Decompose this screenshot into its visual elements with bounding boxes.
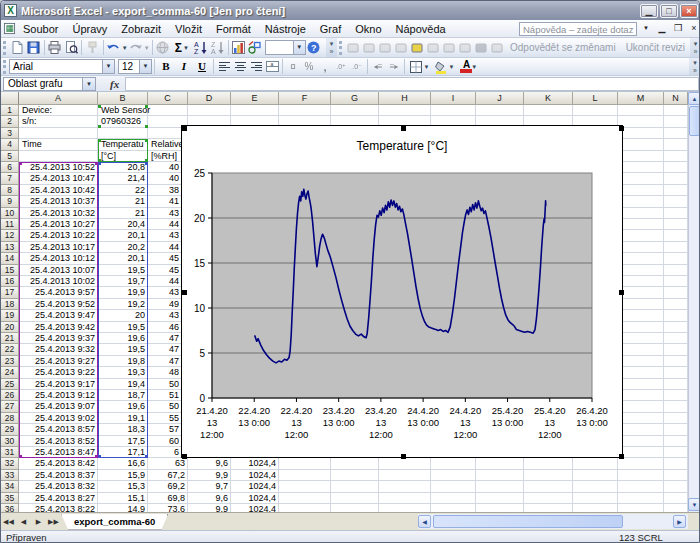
- toolbar-options-icon[interactable]: ▾»: [326, 38, 337, 57]
- row-header-28[interactable]: 28: [1, 413, 19, 424]
- cell-B26[interactable]: 18,7: [98, 390, 148, 401]
- cell-A15[interactable]: 25.4.2013 10:07: [19, 265, 98, 276]
- cell-D34[interactable]: 9,7: [188, 481, 231, 492]
- menu-item-nápověda[interactable]: Nápověda: [389, 22, 453, 36]
- chart-selection-handle[interactable]: [619, 290, 624, 295]
- cell-A30[interactable]: 25.4.2013 8:52: [19, 436, 98, 447]
- toolbar-options-icon[interactable]: ▾»: [689, 58, 700, 75]
- name-box[interactable]: Oblast grafu: [3, 77, 83, 91]
- cell-B23[interactable]: 19,8: [98, 356, 148, 367]
- horizontal-scroll-thumb[interactable]: [433, 515, 623, 528]
- row-header-5[interactable]: 5: [1, 151, 19, 162]
- doc-minimize-button[interactable]: ▁: [655, 22, 669, 35]
- help-query-input[interactable]: Nápověda – zadejte dotaz: [519, 22, 637, 36]
- font-color-icon[interactable]: A▼: [457, 58, 483, 75]
- formula-input[interactable]: [125, 77, 699, 91]
- increase-indent-icon[interactable]: ≡▸: [386, 59, 402, 74]
- cell-A33[interactable]: 25.4.2013 8:37: [19, 470, 98, 481]
- update-file-icon[interactable]: [345, 40, 361, 55]
- accept-change-icon[interactable]: [393, 40, 409, 55]
- cell-A32[interactable]: 25.4.2013 8:42: [19, 458, 98, 469]
- cell-B11[interactable]: 20,4: [98, 219, 148, 230]
- cell-C32[interactable]: 63: [148, 458, 188, 469]
- cell-A25[interactable]: 25.4.2013 9:17: [19, 379, 98, 390]
- hyperlink-icon[interactable]: [154, 39, 170, 56]
- vertical-scrollbar[interactable]: ▲▼: [688, 92, 700, 512]
- menu-item-nástroje[interactable]: Nástroje: [258, 22, 313, 36]
- column-header-H[interactable]: H: [379, 92, 431, 105]
- temperature-chart[interactable]: 051015202521.4.201312:0022.4.2013 0:0022…: [181, 125, 623, 458]
- row-header-10[interactable]: 10: [1, 208, 19, 219]
- cell-B27[interactable]: 19,6: [98, 401, 148, 412]
- row-header-6[interactable]: 6: [1, 162, 19, 173]
- cell-B5[interactable]: [°C]: [98, 151, 148, 162]
- next-sheet-icon[interactable]: ▶: [31, 515, 46, 529]
- cell-B10[interactable]: 21: [98, 208, 148, 219]
- column-header-I[interactable]: I: [431, 92, 476, 105]
- cell-A6[interactable]: 25.4.2013 10:52: [19, 162, 98, 173]
- next-change-icon[interactable]: [377, 40, 393, 55]
- cell-A12[interactable]: 25.4.2013 10:22: [19, 230, 98, 241]
- cell-B1[interactable]: Web Sensor: [98, 105, 188, 116]
- cell-D33[interactable]: 9,9: [188, 470, 231, 481]
- row-header-3[interactable]: 3: [1, 128, 19, 139]
- select-all-corner[interactable]: [1, 92, 19, 105]
- cell-B35[interactable]: 15,1: [98, 493, 148, 504]
- cell-D35[interactable]: 9,6: [188, 493, 231, 504]
- cell-C34[interactable]: 69,2: [148, 481, 188, 492]
- print-preview-icon[interactable]: [63, 39, 79, 56]
- merge-center-icon[interactable]: a: [264, 59, 280, 74]
- horizontal-scrollbar[interactable]: ◀ ▶: [418, 514, 688, 529]
- row-header-7[interactable]: 7: [1, 173, 19, 184]
- column-header-M[interactable]: M: [618, 92, 664, 105]
- row-header-12[interactable]: 12: [1, 230, 19, 241]
- cell-B20[interactable]: 19,5: [98, 322, 148, 333]
- cell-B28[interactable]: 19,1: [98, 413, 148, 424]
- cell-B22[interactable]: 19,5: [98, 344, 148, 355]
- font-name-combo[interactable]: Arial▼: [9, 59, 115, 74]
- bold-icon[interactable]: B: [157, 59, 175, 75]
- column-header-F[interactable]: F: [279, 92, 331, 105]
- cell-A28[interactable]: 25.4.2013 9:02: [19, 413, 98, 424]
- toolbar-drag-handle[interactable]: [339, 41, 342, 55]
- row-header-24[interactable]: 24: [1, 367, 19, 378]
- chart-selection-handle[interactable]: [619, 454, 624, 459]
- cell-B32[interactable]: 16,6: [98, 458, 148, 469]
- prev-sheet-icon[interactable]: ◀: [16, 515, 31, 529]
- autosum-icon[interactable]: Σ▼: [171, 39, 193, 56]
- cell-A27[interactable]: 25.4.2013 9:07: [19, 401, 98, 412]
- row-header-8[interactable]: 8: [1, 185, 19, 196]
- cell-B33[interactable]: 15,9: [98, 470, 148, 481]
- menu-item-formát[interactable]: Formát: [209, 22, 258, 36]
- cell-A11[interactable]: 25.4.2013 10:27: [19, 219, 98, 230]
- cell-B8[interactable]: 22: [98, 185, 148, 196]
- chart-selection-handle[interactable]: [401, 454, 406, 459]
- row-header-25[interactable]: 25: [1, 379, 19, 390]
- cell-B21[interactable]: 19,6: [98, 333, 148, 344]
- save-version-icon[interactable]: [473, 40, 489, 55]
- cell-B13[interactable]: 20,2: [98, 242, 148, 253]
- row-header-22[interactable]: 22: [1, 344, 19, 355]
- cell-A29[interactable]: 25.4.2013 8:57: [19, 424, 98, 435]
- cell-B25[interactable]: 19,4: [98, 379, 148, 390]
- row-header-19[interactable]: 19: [1, 310, 19, 321]
- drawing-icon[interactable]: [247, 39, 263, 56]
- cell-B18[interactable]: 19,2: [98, 299, 148, 310]
- new-icon[interactable]: [9, 39, 25, 56]
- row-header-15[interactable]: 15: [1, 265, 19, 276]
- cell-A14[interactable]: 25.4.2013 10:12: [19, 253, 98, 264]
- column-header-B[interactable]: B: [98, 92, 148, 105]
- cell-B6[interactable]: 20,8: [98, 162, 148, 173]
- insert-function-icon[interactable]: fx: [110, 78, 119, 90]
- minimize-button[interactable]: ▁: [640, 4, 658, 18]
- delete-comment-icon[interactable]: [425, 40, 441, 55]
- row-header-4[interactable]: 4: [1, 139, 19, 150]
- ask-dropdown-icon[interactable]: ▼: [639, 22, 653, 35]
- vertical-scroll-thumb[interactable]: [689, 106, 700, 136]
- undo-icon[interactable]: ▼: [106, 39, 128, 56]
- menu-item-okno[interactable]: Okno: [348, 22, 388, 36]
- borders-icon[interactable]: ▼: [407, 58, 431, 75]
- cell-D36[interactable]: 9,9: [188, 504, 231, 512]
- align-center-icon[interactable]: [232, 59, 248, 74]
- cell-B14[interactable]: 20,1: [98, 253, 148, 264]
